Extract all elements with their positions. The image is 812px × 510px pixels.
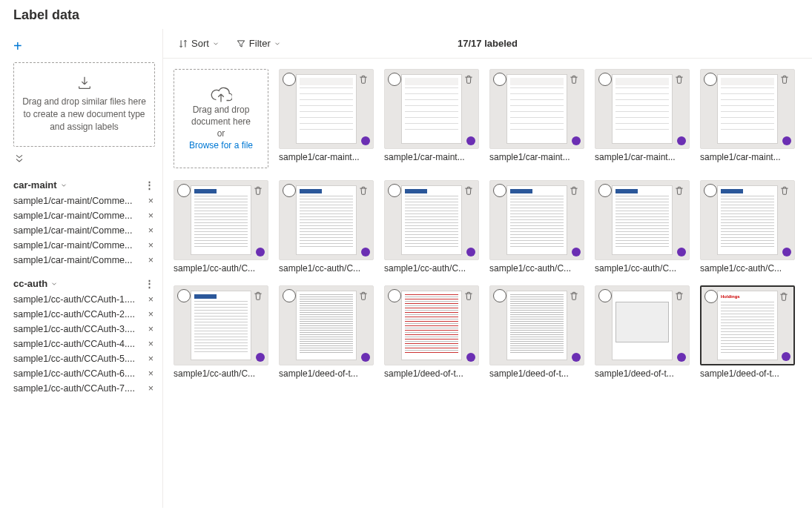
file-row[interactable]: sample1/car-maint/Comme...× (13, 208, 155, 223)
file-row[interactable]: sample1/cc-auth/CCAuth-3....× (13, 322, 155, 337)
select-checkbox[interactable] (598, 73, 612, 86)
remove-file-button[interactable]: × (147, 339, 155, 349)
file-row[interactable]: sample1/cc-auth/CCAuth-7....× (13, 381, 155, 396)
label-group-header[interactable]: cc-auth⋮ (13, 275, 155, 292)
delete-button[interactable] (462, 184, 475, 197)
delete-button[interactable] (357, 289, 370, 302)
select-checkbox[interactable] (598, 184, 612, 197)
delete-button[interactable] (778, 184, 791, 197)
document-card[interactable]: Holdingssample1/deed-of-t... (700, 285, 795, 379)
document-thumbnail[interactable]: Holdings (700, 285, 795, 365)
select-checkbox[interactable] (704, 290, 718, 303)
select-checkbox[interactable] (704, 184, 717, 197)
document-card[interactable]: sample1/cc-auth/C... (174, 180, 268, 274)
document-thumbnail[interactable] (279, 285, 374, 365)
file-row[interactable]: sample1/cc-auth/CCAuth-4....× (13, 337, 155, 351)
document-thumbnail[interactable] (279, 69, 374, 149)
select-checkbox[interactable] (493, 73, 506, 86)
document-card[interactable]: sample1/car-maint... (279, 69, 374, 168)
delete-button[interactable] (567, 73, 581, 86)
select-checkbox[interactable] (704, 73, 717, 86)
select-checkbox[interactable] (283, 73, 296, 86)
remove-file-button[interactable]: × (147, 211, 155, 221)
document-card[interactable]: sample1/cc-auth/C... (489, 180, 584, 274)
delete-button[interactable] (251, 289, 265, 302)
remove-file-button[interactable]: × (147, 309, 155, 319)
delete-button[interactable] (673, 184, 686, 197)
browse-link[interactable]: Browse for a file (189, 139, 253, 151)
remove-file-button[interactable]: × (147, 196, 155, 206)
document-card[interactable]: sample1/car-maint... (384, 69, 479, 168)
document-card[interactable]: sample1/car-maint... (489, 69, 584, 168)
remove-file-button[interactable]: × (147, 294, 155, 305)
document-card[interactable]: sample1/cc-auth/C... (595, 180, 690, 274)
document-card[interactable]: sample1/deed-of-t... (489, 285, 584, 379)
sort-button[interactable]: Sort (174, 35, 224, 52)
document-card[interactable]: sample1/car-maint... (700, 69, 795, 168)
select-checkbox[interactable] (388, 73, 401, 86)
document-thumbnail[interactable] (174, 285, 268, 365)
select-checkbox[interactable] (388, 289, 401, 302)
select-checkbox[interactable] (493, 289, 506, 302)
select-checkbox[interactable] (177, 184, 191, 197)
remove-file-button[interactable]: × (147, 383, 155, 394)
remove-file-button[interactable]: × (147, 324, 155, 334)
sidebar-dropzone[interactable]: Drag and drop similar files here to crea… (13, 62, 155, 147)
document-card[interactable]: sample1/cc-auth/C... (279, 180, 374, 274)
delete-button[interactable] (567, 184, 581, 197)
remove-file-button[interactable]: × (147, 225, 155, 236)
document-thumbnail[interactable] (384, 180, 479, 260)
file-row[interactable]: sample1/car-maint/Comme...× (13, 223, 155, 238)
document-thumbnail[interactable] (595, 285, 690, 365)
file-row[interactable]: sample1/cc-auth/CCAuth-2....× (13, 307, 155, 322)
document-card[interactable]: sample1/cc-auth/C... (174, 285, 268, 379)
remove-file-button[interactable]: × (147, 240, 155, 251)
file-row[interactable]: sample1/car-maint/Comme...× (13, 253, 155, 268)
document-thumbnail[interactable] (384, 69, 479, 149)
delete-button[interactable] (462, 73, 475, 86)
file-row[interactable]: sample1/cc-auth/CCAuth-1....× (13, 292, 155, 307)
delete-button[interactable] (251, 184, 265, 197)
document-card[interactable]: sample1/cc-auth/C... (700, 180, 795, 274)
select-checkbox[interactable] (388, 184, 401, 197)
document-card[interactable]: sample1/deed-of-t... (384, 285, 479, 379)
delete-button[interactable] (778, 73, 791, 86)
document-thumbnail[interactable] (700, 180, 795, 260)
file-row[interactable]: sample1/cc-auth/CCAuth-6....× (13, 366, 155, 381)
document-thumbnail[interactable] (174, 180, 268, 260)
document-card[interactable]: sample1/car-maint... (595, 69, 690, 168)
delete-button[interactable] (673, 289, 686, 302)
remove-file-button[interactable]: × (147, 255, 155, 265)
document-card[interactable]: sample1/cc-auth/C... (384, 180, 479, 274)
select-checkbox[interactable] (283, 184, 296, 197)
delete-button[interactable] (462, 289, 475, 302)
add-label-button[interactable]: + (13, 35, 155, 62)
select-checkbox[interactable] (283, 289, 296, 302)
delete-button[interactable] (357, 184, 370, 197)
delete-button[interactable] (673, 73, 686, 86)
delete-button[interactable] (567, 289, 581, 302)
delete-button[interactable] (777, 290, 790, 303)
document-thumbnail[interactable] (384, 285, 479, 365)
file-row[interactable]: sample1/car-maint/Comme...× (13, 193, 155, 208)
document-thumbnail[interactable] (595, 180, 690, 260)
document-thumbnail[interactable] (700, 69, 795, 149)
select-checkbox[interactable] (177, 289, 191, 302)
filter-button[interactable]: Filter (231, 35, 285, 52)
document-thumbnail[interactable] (489, 69, 584, 149)
document-thumbnail[interactable] (595, 69, 690, 149)
file-row[interactable]: sample1/cc-auth/CCAuth-5....× (13, 351, 155, 366)
document-thumbnail[interactable] (489, 180, 584, 260)
file-row[interactable]: sample1/car-maint/Comme...× (13, 238, 155, 253)
document-card[interactable]: sample1/deed-of-t... (595, 285, 690, 379)
select-checkbox[interactable] (493, 184, 506, 197)
label-group-header[interactable]: car-maint⋮ (13, 176, 155, 193)
document-thumbnail[interactable] (279, 180, 374, 260)
remove-file-button[interactable]: × (147, 368, 155, 379)
upload-dropzone[interactable]: Drag and drop document here or Browse fo… (174, 69, 268, 168)
more-button[interactable]: ⋮ (145, 278, 155, 289)
delete-button[interactable] (357, 73, 370, 86)
more-button[interactable]: ⋮ (145, 179, 155, 191)
document-thumbnail[interactable] (489, 285, 584, 365)
remove-file-button[interactable]: × (147, 354, 155, 364)
